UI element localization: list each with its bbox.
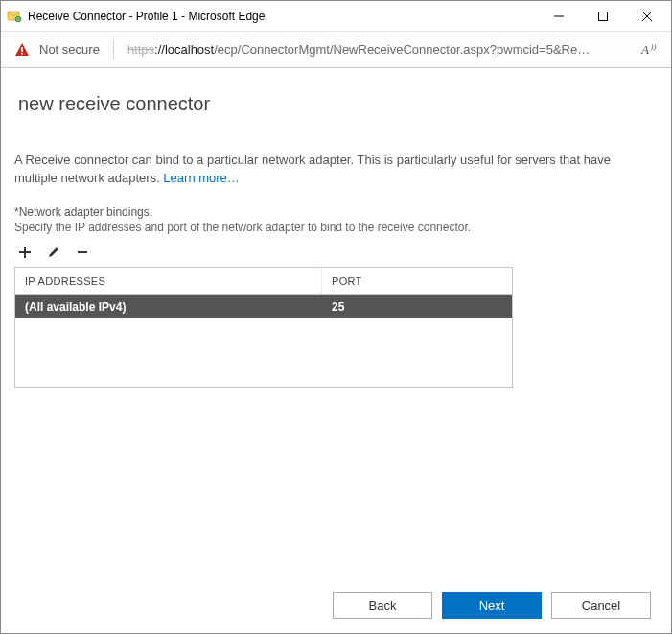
bindings-grid: IP ADDRESSES PORT (All available IPv4)25: [14, 267, 513, 388]
window-title: Receive Connector - Profile 1 - Microsof…: [28, 10, 265, 23]
table-row[interactable]: (All available IPv4)25: [15, 295, 512, 318]
grid-body: (All available IPv4)25: [15, 295, 512, 387]
read-aloud-icon[interactable]: A⁾⁾: [635, 36, 661, 63]
url-protocol: https: [127, 42, 154, 57]
learn-more-link[interactable]: Learn more…: [163, 171, 239, 185]
grid-header: IP ADDRESSES PORT: [15, 268, 512, 295]
back-button[interactable]: Back: [333, 592, 432, 619]
description-text: A Receive connector can bind to a partic…: [14, 152, 628, 188]
column-header-port[interactable]: PORT: [322, 268, 512, 294]
column-header-ip[interactable]: IP ADDRESSES: [15, 268, 322, 294]
url-field[interactable]: https://localhost/ecp/ConnectorMgmt/NewR…: [127, 42, 625, 57]
bindings-label: *Network adapter bindings:: [14, 205, 650, 219]
address-bar: Not secure https://localhost/ecp/Connect…: [1, 32, 671, 68]
wizard-footer: Back Next Cancel: [333, 592, 651, 619]
minimize-button[interactable]: [537, 1, 581, 32]
bindings-sublabel: Specify the IP addresses and port of the…: [14, 221, 650, 234]
divider: [113, 40, 114, 59]
url-path: /ecp/ConnectorMgmt/NewReceiveConnector.a…: [214, 42, 590, 57]
remove-button[interactable]: [74, 244, 91, 261]
svg-rect-7: [21, 53, 23, 55]
svg-point-1: [15, 16, 21, 22]
edit-button[interactable]: [45, 244, 62, 261]
grid-toolbar: [14, 244, 650, 261]
svg-rect-6: [21, 47, 23, 52]
svg-rect-3: [599, 12, 608, 20]
maximize-button[interactable]: [581, 1, 625, 32]
page-title: new receive connector: [18, 93, 650, 115]
url-host: ://localhost: [154, 42, 214, 57]
close-button[interactable]: [625, 1, 669, 32]
window-titlebar: Receive Connector - Profile 1 - Microsof…: [1, 1, 671, 32]
app-icon: [7, 9, 22, 24]
add-button[interactable]: [16, 244, 34, 261]
security-label[interactable]: Not secure: [39, 42, 100, 57]
cell-port: 25: [322, 295, 512, 318]
content-area: new receive connector A Receive connecto…: [1, 68, 671, 581]
cell-ip: (All available IPv4): [15, 295, 322, 318]
next-button[interactable]: Next: [442, 592, 542, 619]
not-secure-icon: [14, 42, 30, 58]
cancel-button[interactable]: Cancel: [551, 592, 651, 619]
